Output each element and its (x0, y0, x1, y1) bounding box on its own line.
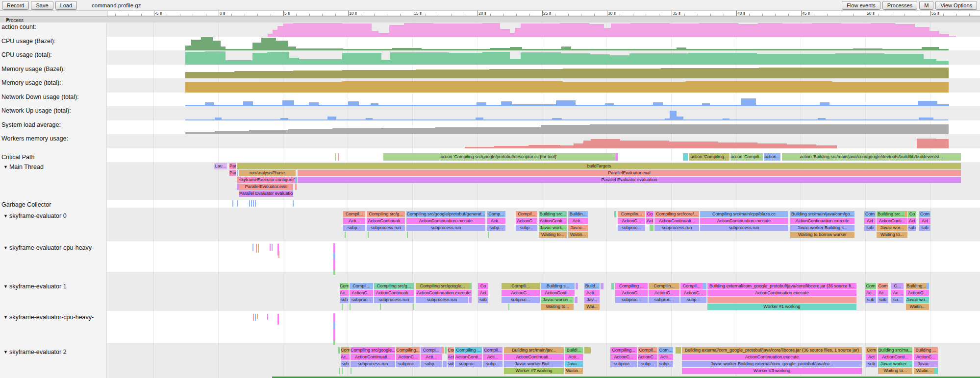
slice[interactable]: Com (448, 347, 454, 354)
slice[interactable]: Worker #7 working (504, 368, 564, 374)
counter-bar-network-up-usage[interactable] (552, 118, 562, 120)
counter-bar-network-up-usage[interactable] (366, 118, 373, 120)
counter-bar-network-down-usage[interactable] (501, 101, 512, 106)
slice[interactable]: Act (908, 218, 916, 224)
slice[interactable]: subp... (487, 225, 505, 231)
counter-bar-workers-memory-usage[interactable] (669, 142, 718, 148)
slice[interactable]: Compiling src/google/protobuf/generat... (406, 211, 485, 217)
counter-bar-cpu-usage-total[interactable] (521, 52, 561, 65)
counter-bar-memory-usage-total[interactable] (685, 81, 832, 93)
counter-bar-action-count[interactable] (611, 24, 630, 37)
counter-bar-system-load-average[interactable] (185, 132, 215, 134)
slice[interactable]: sub (864, 225, 876, 231)
counter-bar-action-count[interactable] (500, 29, 510, 37)
slice[interactable] (575, 297, 578, 303)
slice[interactable]: Par (229, 170, 236, 176)
slice[interactable]: Compiling src/g... (374, 283, 414, 289)
slice[interactable]: Compiling src/main/cpp/blaze.cc (700, 211, 788, 217)
slice[interactable]: subprocess.run (351, 361, 395, 367)
slice[interactable]: runAnalysisPhase (239, 170, 296, 176)
slice[interactable]: sub (478, 297, 488, 303)
slice[interactable]: subp... (343, 225, 365, 231)
slice[interactable]: Javac... (568, 225, 588, 231)
counter-bar-memory-usage-total[interactable] (185, 82, 259, 93)
counter-bar-network-down-usage[interactable] (741, 98, 756, 106)
counter-bar-network-down-usage[interactable] (309, 102, 319, 106)
slice[interactable]: Worker #1 working (707, 304, 856, 310)
counter-bar-network-down-usage[interactable] (710, 105, 741, 106)
slice[interactable] (413, 304, 414, 310)
event-tick[interactable] (270, 244, 271, 251)
slice[interactable]: Acti... (658, 354, 673, 360)
slice[interactable]: ActionContinuation.execute (700, 218, 788, 224)
counter-bar-memory-usage-total[interactable] (259, 82, 342, 93)
slice[interactable] (676, 347, 681, 354)
track-label-skyframe-evaluator-2[interactable]: ▼skyframe-evaluator 2 (3, 349, 67, 355)
slice[interactable]: Waiting to... (541, 304, 574, 310)
counter-bar-workers-memory-usage[interactable] (591, 139, 620, 148)
counter-bar-cpu-usage-total[interactable] (390, 52, 449, 65)
slice[interactable] (469, 297, 472, 303)
counter-bar-cpu-usage-total[interactable] (205, 51, 226, 65)
slice[interactable] (342, 368, 343, 374)
slice[interactable]: Com (340, 283, 349, 289)
counter-bar-action-count[interactable] (521, 24, 560, 37)
slice[interactable]: ParallelEvaluator.eval (239, 184, 293, 190)
counter-bar-network-down-usage[interactable] (937, 104, 949, 106)
slice[interactable]: Ac... (341, 354, 350, 360)
slice[interactable]: Waitin... (914, 368, 934, 374)
slice[interactable]: subprocess.run (700, 225, 788, 231)
counter-bar-network-down-usage[interactable] (294, 105, 309, 106)
slice[interactable]: ActionC... (610, 354, 637, 360)
track-label-action-count[interactable]: action count: (1, 24, 36, 30)
slice[interactable] (237, 170, 238, 176)
slice[interactable]: ActionC... (638, 354, 657, 360)
slice[interactable]: Compili... (502, 283, 540, 289)
slice[interactable]: ActionContinuati... (654, 218, 699, 224)
slice[interactable]: Building src... (539, 211, 567, 217)
counter-bar-action-count[interactable] (670, 24, 699, 37)
slice[interactable]: Building external/com_google_protobuf/ja… (707, 283, 856, 289)
counter-bar-action-count[interactable] (277, 26, 283, 37)
track-label-network-up-usage[interactable]: Network Up usage (total): (1, 107, 71, 114)
counter-bar-memory-usage-bazel[interactable] (563, 69, 661, 78)
slice[interactable]: subproc... (350, 297, 373, 303)
counter-bar-cpu-usage-total[interactable] (688, 53, 757, 65)
counter-bar-network-up-usage[interactable] (327, 117, 336, 120)
slice[interactable]: Par (229, 163, 236, 169)
event-tick[interactable] (251, 200, 252, 207)
event-tick[interactable] (255, 314, 256, 321)
counter-bar-action-count[interactable] (560, 23, 589, 37)
counter-bar-action-count[interactable] (482, 23, 500, 37)
event-tick[interactable] (256, 244, 257, 253)
slice[interactable]: Act (646, 218, 653, 224)
event-tick[interactable] (333, 252, 335, 260)
slice[interactable]: Com (878, 283, 888, 289)
slice[interactable]: action 'Compiling... (689, 153, 729, 161)
counter-bar-memory-usage-bazel[interactable] (185, 72, 234, 78)
counter-bar-system-load-average[interactable] (489, 127, 541, 134)
slice[interactable] (508, 304, 509, 310)
slice[interactable]: subproc... (502, 297, 540, 303)
counter-bar-network-up-usage[interactable] (677, 117, 683, 120)
track-label-skyframe-evaluator-cpu-heavy-0[interactable]: ▼skyframe-evaluator-cpu-heavy- (3, 244, 94, 251)
counter-bar-cpu-usage-total[interactable] (561, 53, 590, 65)
slice[interactable]: su... (891, 297, 904, 303)
slice[interactable]: Building... (906, 283, 927, 289)
track-label-memory-usage-bazel[interactable]: Memory usage (Bazel): (1, 66, 65, 72)
slice[interactable]: Compiling src/g... (367, 211, 405, 217)
slice[interactable]: Lau... (214, 163, 227, 169)
slice[interactable]: Waiting to borrow worker (790, 232, 854, 238)
counter-bar-cpu-usage-total[interactable] (289, 58, 299, 65)
slice[interactable] (442, 347, 444, 354)
counter-bar-network-down-usage[interactable] (243, 101, 253, 106)
slice[interactable]: action... (764, 153, 780, 161)
slice[interactable]: ActionC... (350, 290, 373, 296)
slice[interactable]: Acti... (343, 218, 365, 224)
slice[interactable]: ActionContinuati... (367, 218, 405, 224)
slice[interactable]: Waitin... (565, 368, 583, 374)
counter-bar-cpu-usage-bazel[interactable] (490, 48, 510, 50)
slice[interactable] (650, 225, 653, 231)
slice[interactable] (576, 283, 578, 289)
event-tick[interactable] (253, 200, 254, 207)
